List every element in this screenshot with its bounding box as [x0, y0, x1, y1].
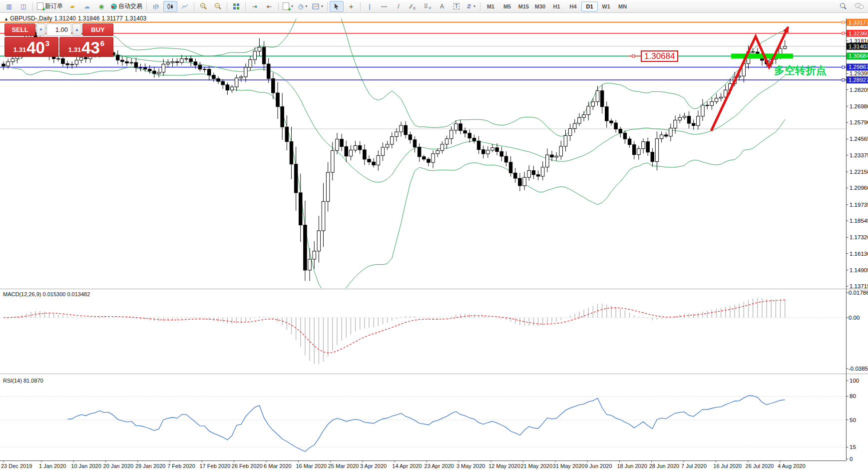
autotrading-button[interactable]: 自动交易: [109, 1, 144, 12]
svg-text:14 Apr 2020: 14 Apr 2020: [392, 463, 422, 469]
svg-text:1.30684: 1.30684: [849, 53, 868, 59]
channel-tool[interactable]: ∕∕E: [406, 1, 420, 12]
volume-input[interactable]: 1.00: [46, 23, 71, 36]
svg-text:1.14905: 1.14905: [850, 267, 868, 273]
shapes-tool[interactable]: ⇵▾: [464, 1, 478, 12]
buy-price-pips: 43: [81, 40, 100, 55]
timeframe-mn[interactable]: MN: [614, 1, 631, 11]
new-order-button[interactable]: +新订单: [35, 1, 65, 12]
chat-icon[interactable]: [852, 1, 866, 12]
chart-preview-icon[interactable]: ◫: [16, 1, 30, 12]
templates-button[interactable]: ▾: [310, 1, 325, 12]
high-value: 1.31846: [78, 15, 99, 22]
svg-text:0: 0: [850, 456, 853, 462]
rsi-name: RSI(14): [3, 378, 22, 384]
svg-text:18 Jun 2020: 18 Jun 2020: [617, 463, 647, 469]
svg-text:16 Jul 2020: 16 Jul 2020: [713, 463, 742, 469]
svg-text:+: +: [201, 3, 204, 8]
svg-text:26 Jul 2020: 26 Jul 2020: [746, 463, 774, 469]
svg-text:1.26980: 1.26980: [850, 103, 868, 109]
macd-main-value: 0.015300: [42, 291, 65, 297]
trendline-tool[interactable]: /: [392, 1, 406, 12]
macd-signal-value: 0.013482: [67, 291, 90, 297]
volume-increase-button[interactable]: ▲: [72, 23, 81, 36]
svg-text:3 Apr 2020: 3 Apr 2020: [360, 463, 387, 469]
hline-tool[interactable]: —: [377, 1, 391, 12]
sell-button[interactable]: SELL: [4, 23, 35, 36]
one-click-trading-panel: SELL ▼ 1.00 ▲ BUY 1.31 40 3 1.31 43 6: [4, 23, 113, 57]
tile-windows-button[interactable]: [229, 1, 243, 12]
svg-text:28 Jun 2020: 28 Jun 2020: [649, 463, 680, 469]
chart-ohlc-title: ▲GBPUSD-,Daily1.312401.318461.311771.314…: [4, 15, 148, 22]
macd-name: MACD(12,26,9): [3, 291, 41, 297]
charts-panel-icon[interactable]: ▥: [2, 1, 16, 12]
crosshair-tool[interactable]: +: [344, 1, 358, 12]
toolbar-separator: [227, 2, 227, 11]
text-tool[interactable]: A: [435, 1, 449, 12]
timeframe-w1[interactable]: W1: [598, 1, 614, 11]
zoom-out-button[interactable]: −: [211, 1, 225, 12]
svg-text:1.24565: 1.24565: [850, 136, 868, 142]
turning-point-annotation[interactable]: 多空转折点: [774, 63, 827, 77]
candle-chart-button[interactable]: [163, 1, 177, 12]
svg-text:0.017865: 0.017865: [849, 290, 868, 296]
chart-shift-button[interactable]: ⇤: [262, 1, 276, 12]
indicators-button[interactable]: +▾: [281, 1, 295, 12]
svg-text:7 Feb 2020: 7 Feb 2020: [167, 463, 195, 469]
label-tool[interactable]: T: [449, 1, 463, 12]
volume-decrease-button[interactable]: ▼: [36, 23, 45, 36]
zoom-in-button[interactable]: +: [196, 1, 210, 12]
svg-text:1.18545: 1.18545: [850, 218, 868, 224]
toolbar-separator: [278, 2, 279, 11]
vline-tool[interactable]: |: [363, 1, 377, 12]
svg-text:6 Mar 2020: 6 Mar 2020: [264, 463, 292, 469]
svg-text:20 Jan 2020: 20 Jan 2020: [103, 463, 134, 469]
svg-text:21 May 2020: 21 May 2020: [521, 463, 553, 469]
svg-text:7 Jul 2020: 7 Jul 2020: [681, 463, 707, 469]
buy-price-tile[interactable]: 1.31 43 6: [59, 37, 113, 57]
market-watch-icon[interactable]: ▰: [65, 1, 79, 12]
svg-text:1.31403: 1.31403: [849, 43, 868, 49]
svg-text:29 Jan 2020: 29 Jan 2020: [135, 463, 166, 469]
svg-text:−: −: [216, 3, 218, 8]
svg-text:16 Mar 2020: 16 Mar 2020: [296, 463, 327, 469]
timeframe-h4[interactable]: H4: [565, 1, 581, 11]
timeframe-m15[interactable]: M15: [515, 1, 532, 11]
svg-text:1.29395: 1.29395: [850, 70, 868, 76]
signals-icon[interactable]: ◉: [94, 1, 108, 12]
timeframe-m5[interactable]: M5: [499, 1, 515, 11]
svg-text:0.00: 0.00: [849, 315, 860, 321]
toolbar-separator: [146, 2, 147, 11]
mt-terminal-window: ▥◫+新订单▰☁◉自动交易+−⇥⇤+▾◷▾▾+|—/∕∕E⠿FAT⇵▾M1M5M…: [0, 0, 868, 470]
svg-text:80: 80: [850, 393, 856, 399]
community-icon[interactable]: ☁: [80, 1, 94, 12]
svg-text:26 Feb 2020: 26 Feb 2020: [232, 463, 263, 469]
svg-text:1.28927: 1.28927: [849, 77, 868, 83]
fibonacci-tool[interactable]: ⠿F: [421, 1, 434, 12]
svg-text:25 Mar 2020: 25 Mar 2020: [328, 463, 359, 469]
line-chart-button[interactable]: [178, 1, 192, 12]
timeframe-m1[interactable]: M1: [482, 1, 499, 11]
buy-button[interactable]: BUY: [82, 23, 113, 36]
auto-scroll-button[interactable]: ⇥: [248, 1, 262, 12]
toolbar-right-group: [836, 1, 866, 12]
toolbar-separator: [245, 2, 246, 11]
symbol-period-label: GBPUSD-,Daily: [10, 15, 52, 22]
sell-price-pips: 40: [26, 40, 45, 55]
timeframe-switcher: M1M5M15M30H1H4D1W1MN: [482, 1, 631, 11]
svg-text:1.13715: 1.13715: [850, 283, 868, 289]
search-icon[interactable]: [836, 1, 850, 12]
periods-button[interactable]: ◷▾: [296, 1, 310, 12]
sell-price-tile[interactable]: 1.31 40 3: [4, 37, 58, 57]
svg-text:1.19735: 1.19735: [850, 202, 868, 208]
bar-chart-button[interactable]: [149, 1, 163, 12]
cursor-tool[interactable]: [330, 1, 344, 12]
timeframe-d1[interactable]: D1: [581, 1, 598, 11]
toolbar-separator: [360, 2, 361, 11]
svg-text:23 Dec 2019: 23 Dec 2019: [1, 463, 32, 469]
timeframe-h1[interactable]: H1: [548, 1, 565, 11]
open-value: 1.31240: [54, 15, 76, 22]
support-price-flag[interactable]: 1.30684: [641, 50, 678, 62]
timeframe-m30[interactable]: M30: [532, 1, 548, 11]
svg-text:1.17320: 1.17320: [850, 234, 868, 240]
